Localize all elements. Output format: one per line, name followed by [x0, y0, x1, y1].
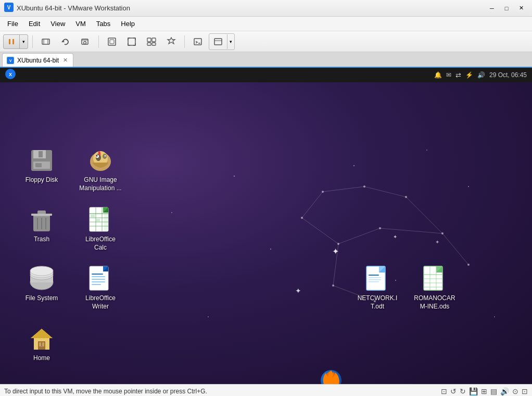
- tab-label: XUbuntu 64-bit: [17, 57, 59, 64]
- revert-button[interactable]: [57, 34, 74, 49]
- svg-point-35: [337, 243, 339, 245]
- svg-rect-90: [96, 219, 100, 221]
- tab-vm-icon: V: [7, 57, 14, 64]
- audio-icon: 🔊: [477, 71, 485, 79]
- status-usb-icon[interactable]: ⊙: [512, 387, 518, 395]
- svg-rect-116: [369, 281, 379, 282]
- svg-point-43: [467, 264, 470, 266]
- trash-icon: [28, 206, 55, 233]
- desktop-icon-trash[interactable]: Trash: [18, 204, 65, 246]
- snapshot-button[interactable]: [77, 34, 94, 49]
- svg-point-37: [441, 232, 444, 234]
- status-refresh-icon[interactable]: ↺: [450, 387, 457, 395]
- desktop-icon-home[interactable]: Home: [18, 323, 65, 365]
- svg-rect-20: [214, 39, 222, 45]
- desktop-icon-firefox[interactable]: Firefox Web Browser: [308, 365, 354, 384]
- tab-close-button[interactable]: ✕: [62, 56, 69, 64]
- svg-point-52: [468, 186, 469, 187]
- notification-icon: 🔔: [434, 71, 442, 79]
- unity-mode-button[interactable]: [143, 34, 160, 49]
- svg-line-29: [364, 187, 406, 197]
- network-icon: ⇄: [455, 71, 461, 79]
- svg-marker-7: [61, 40, 65, 42]
- romanocarm-ods-icon: [421, 265, 448, 292]
- svg-rect-13: [147, 38, 151, 42]
- svg-rect-113: [369, 275, 379, 276]
- svg-marker-17: [168, 38, 175, 44]
- floppy-disk-label: Floppy Disk: [26, 176, 58, 184]
- desktop-icon-netcwork-odt[interactable]: NETCWORK.IT.odt: [354, 263, 401, 313]
- desktop-icon-romanocarm-ods[interactable]: ROMANOCARM-INE.ods: [411, 263, 458, 313]
- svg-rect-101: [92, 276, 105, 277]
- svg-point-56: [208, 316, 209, 317]
- status-bar-right: ⊡ ↺ ↻ 💾 ⊞ ▤ 🔊 ⊙ ⊡: [441, 387, 528, 395]
- virtual-machine-settings-button[interactable]: [162, 34, 180, 49]
- desktop-icon-file-system[interactable]: File System: [18, 263, 65, 305]
- status-audio-icon[interactable]: 🔊: [500, 387, 509, 395]
- power-icon: ⚡: [465, 71, 473, 79]
- netcwork-odt-icon: [364, 265, 391, 292]
- console-button[interactable]: [189, 34, 207, 49]
- romanocarm-ods-label: ROMANOCARM-INE.ods: [413, 294, 456, 311]
- svg-point-41: [332, 284, 334, 287]
- status-save-icon[interactable]: 💾: [469, 387, 478, 395]
- svg-point-39: [363, 185, 365, 188]
- window-controls: ─ □ ✕: [485, 3, 528, 14]
- tab-xubuntu[interactable]: V XUbuntu 64-bit ✕: [2, 53, 73, 67]
- svg-point-70: [105, 155, 106, 157]
- svg-rect-16: [152, 43, 156, 45]
- full-screen-button[interactable]: [123, 34, 141, 49]
- status-sync-icon[interactable]: ↻: [460, 387, 466, 395]
- menu-help[interactable]: Help: [116, 18, 140, 30]
- menu-tabs[interactable]: Tabs: [91, 18, 116, 30]
- file-system-icon: [28, 265, 55, 292]
- svg-rect-4: [42, 39, 49, 44]
- svg-rect-114: [369, 277, 381, 278]
- menu-vm[interactable]: VM: [70, 18, 91, 30]
- minimize-button[interactable]: ─: [485, 3, 499, 14]
- status-fullscreen-icon[interactable]: ⊡: [522, 387, 528, 395]
- pause-dropdown[interactable]: ▾: [19, 35, 28, 48]
- svg-line-27: [302, 192, 323, 218]
- fit-guest-button[interactable]: [103, 34, 121, 49]
- maximize-button[interactable]: □: [500, 3, 513, 14]
- status-screen-icon[interactable]: ▤: [490, 387, 497, 395]
- libreoffice-calc-icon: [87, 206, 114, 233]
- desktop-icon-libreoffice-writer[interactable]: LibreOffice Writer: [77, 263, 124, 313]
- close-button[interactable]: ✕: [514, 3, 528, 14]
- svg-line-33: [442, 233, 468, 265]
- svg-rect-89: [91, 215, 95, 217]
- status-bar: To direct input to this VM, move the mou…: [0, 384, 532, 396]
- menu-file[interactable]: File: [2, 18, 23, 30]
- vm-topbar: X 🔔 ✉ ⇄ ⚡ 🔊 29 Oct, 06:45: [0, 68, 532, 82]
- vm-display[interactable]: ✦ ✦ ✦ ✦ X 🔔 ✉ ⇄ ⚡ 🔊 29 Oct, 06:45: [0, 68, 532, 384]
- svg-text:✦: ✦: [435, 239, 439, 245]
- menu-edit[interactable]: Edit: [23, 18, 45, 30]
- svg-line-28: [323, 187, 364, 192]
- svg-point-54: [426, 150, 427, 151]
- svg-rect-103: [92, 281, 105, 282]
- menu-view[interactable]: View: [45, 18, 70, 30]
- gimp-icon: [87, 147, 114, 174]
- svg-rect-115: [369, 279, 381, 280]
- view-button[interactable]: [209, 34, 227, 49]
- desktop-icon-gimp[interactable]: GNU Image Manipulation ...: [77, 145, 124, 194]
- status-connect-icon[interactable]: ⊞: [481, 387, 487, 395]
- desktop-icon-libreoffice-calc[interactable]: LibreOffice Calc: [77, 204, 124, 254]
- send-ctrl-alt-del-button[interactable]: [37, 34, 55, 49]
- svg-rect-15: [147, 43, 151, 45]
- svg-text:✦: ✦: [332, 247, 339, 256]
- pause-group: ▾: [3, 34, 28, 49]
- toolbar-separator-3: [184, 35, 185, 48]
- svg-rect-63: [35, 163, 42, 167]
- pause-button[interactable]: [4, 35, 19, 48]
- svg-rect-75: [31, 214, 52, 216]
- desktop-icon-floppy-disk[interactable]: Floppy Disk: [18, 145, 65, 187]
- status-vm-icon[interactable]: ⊡: [441, 387, 447, 395]
- svg-marker-106: [31, 329, 53, 338]
- view-dropdown[interactable]: ▾: [227, 34, 234, 49]
- svg-point-40: [405, 196, 407, 198]
- libreoffice-writer-icon: [87, 265, 114, 292]
- vm-topbar-right: 🔔 ✉ ⇄ ⚡ 🔊 29 Oct, 06:45: [434, 71, 527, 79]
- svg-line-30: [406, 197, 442, 233]
